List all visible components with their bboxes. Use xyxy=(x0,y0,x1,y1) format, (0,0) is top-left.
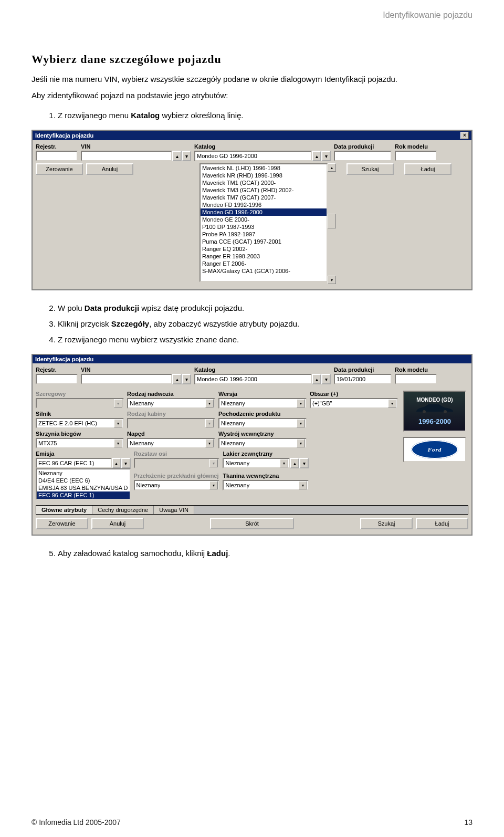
rodzaj-nadwozia-dropdown[interactable]: Nieznany▾ xyxy=(127,398,215,409)
data-produkcji-input-2[interactable]: 19/01/2000 xyxy=(334,374,392,384)
katalog-spin-up-icon-2[interactable]: ▴ xyxy=(312,374,321,384)
katalog-option[interactable]: Puma CCE (GCAT) 1997-2001 xyxy=(201,238,327,245)
szukaj-button[interactable]: Szukaj xyxy=(346,163,394,175)
close-icon[interactable]: × xyxy=(460,132,469,139)
wystroj-dropdown[interactable]: Nieznany▾ xyxy=(218,438,307,448)
svg-point-1 xyxy=(444,410,447,413)
lakier-spin-up-icon[interactable]: ▴ xyxy=(290,458,299,468)
chevron-down-icon[interactable]: ▾ xyxy=(114,419,122,427)
label-wersja: Wersja xyxy=(218,391,307,397)
tkanina-dropdown[interactable]: Nieznany▾ xyxy=(223,480,309,490)
katalog-option[interactable]: Maverick TM3 (GCAT) (RHD) 2002- xyxy=(201,186,327,194)
silnik-dropdown[interactable]: ZETEC-E 2.0 EFI (HC)▾ xyxy=(36,418,124,428)
vin-spin-down-icon-2[interactable]: ▾ xyxy=(182,374,191,384)
tab-cechy-drugorzedne[interactable]: Cechy drugorzędne xyxy=(92,506,154,514)
emisja-input[interactable]: EEC 96 CAR (EEC 1) xyxy=(36,458,112,468)
step-3-post: , aby zobaczyć wszystkie atrybuty pojazd… xyxy=(149,319,299,328)
vehicle-id-dialog-2: Identyfikacja pojazdu Rejestr. VIN ▴ ▾ xyxy=(32,354,472,536)
szukaj-button-2[interactable]: Szukaj xyxy=(360,518,413,529)
lakier-dropdown[interactable]: Nieznany▾ xyxy=(223,458,290,468)
label-naped: Napęd xyxy=(127,431,215,437)
przelozenie-dropdown[interactable]: Nieznany▾ xyxy=(134,480,220,490)
szeregowy-dropdown: ▾ xyxy=(36,398,124,409)
vin-input[interactable] xyxy=(81,151,172,161)
step-4: Z rozwijanego menu wybierz wszystkie zna… xyxy=(58,333,472,346)
anuluj-button-2[interactable]: Anuluj xyxy=(91,518,144,529)
lakier-spin-down-icon[interactable]: ▾ xyxy=(299,458,309,468)
katalog-scrollbar[interactable]: ▴ ▾ xyxy=(328,163,336,284)
chevron-down-icon[interactable]: ▾ xyxy=(205,399,214,407)
skrot-button[interactable]: Skrót xyxy=(210,518,294,529)
chevron-down-icon[interactable]: ▾ xyxy=(297,399,305,407)
footer-page-number: 13 xyxy=(464,818,472,826)
katalog-option[interactable]: S-MAX/Galaxy CA1 (GCAT) 2006- xyxy=(201,267,327,275)
chevron-down-icon[interactable]: ▾ xyxy=(205,439,214,447)
emisja-option[interactable]: Nieznany xyxy=(37,469,130,477)
katalog-option[interactable]: Maverick NR (RHD) 1996-1998 xyxy=(201,172,327,179)
emisja-spin-down-icon[interactable]: ▾ xyxy=(121,458,131,468)
katalog-option[interactable]: Mondeo GE 2000- xyxy=(201,216,327,223)
vin-spin-up-icon-2[interactable]: ▴ xyxy=(172,374,182,384)
katalog-option[interactable]: Ranger EQ 2002- xyxy=(201,245,327,253)
katalog-input[interactable]: Mondeo GD 1996-2000 xyxy=(194,151,312,161)
emisja-option[interactable]: EEC 96 CAR (EEC 1) xyxy=(37,491,130,499)
rok-modelu-input-2[interactable] xyxy=(395,374,437,384)
car-silhouette-icon xyxy=(414,403,456,414)
katalog-spin-down-icon-2[interactable]: ▾ xyxy=(321,374,331,384)
katalog-option[interactable]: Mondeo GD 1996-2000 xyxy=(201,208,327,216)
zerowanie-button[interactable]: Zerowanie xyxy=(36,163,83,175)
laduj-button-2[interactable]: Ładuj xyxy=(416,518,468,529)
katalog-option[interactable]: Mondeo FD 1992-1996 xyxy=(201,201,327,208)
step-1-bold: Katalog xyxy=(131,111,160,120)
chevron-down-icon[interactable]: ▾ xyxy=(114,439,122,447)
chevron-down-icon[interactable]: ▾ xyxy=(388,399,396,407)
tab-glowne-atrybuty[interactable]: Główne atrybuty xyxy=(36,506,92,514)
skrzynia-dropdown[interactable]: MTX75▾ xyxy=(36,438,124,448)
step-5-pre: Aby załadować katalog samochodu, kliknij xyxy=(58,549,207,558)
page-title: Wybierz dane szczegółowe pojazdu xyxy=(32,53,472,66)
katalog-input-2[interactable]: Mondeo GD 1996-2000 xyxy=(194,374,312,384)
katalog-option[interactable]: Probe PA 1992-1997 xyxy=(201,231,327,238)
katalog-option[interactable]: Ranger ER 1998-2003 xyxy=(201,253,327,260)
katalog-spin-down-icon[interactable]: ▾ xyxy=(321,151,331,161)
katalog-option[interactable]: Ranger ET 2006- xyxy=(201,260,327,267)
label-rok-modelu: Rok modelu xyxy=(395,143,437,150)
step-1: Z rozwijanego menu Katalog wybierz okreś… xyxy=(58,109,472,122)
laduj-button[interactable]: Ładuj xyxy=(404,163,452,175)
chevron-down-icon[interactable]: ▾ xyxy=(280,459,288,467)
tab-uwaga-vin[interactable]: Uwaga VIN xyxy=(154,506,194,514)
vin-spin-up-icon[interactable]: ▴ xyxy=(172,151,182,161)
katalog-spin-up-icon[interactable]: ▴ xyxy=(312,151,321,161)
katalog-listbox[interactable]: Maverick NL (LHD) 1996-1998Maverick NR (… xyxy=(200,163,328,282)
chevron-down-icon[interactable]: ▾ xyxy=(297,439,305,447)
emisja-spin-up-icon[interactable]: ▴ xyxy=(112,458,121,468)
katalog-option[interactable]: P100 DP 1987-1993 xyxy=(201,223,327,231)
chevron-down-icon[interactable]: ▾ xyxy=(297,419,305,427)
vin-spin-down-icon[interactable]: ▾ xyxy=(182,151,191,161)
vehicle-years-label: 1996-2000 xyxy=(418,417,451,425)
zerowanie-button-2[interactable]: Zerowanie xyxy=(36,518,88,529)
label-data-produkcji-2: Data produkcji xyxy=(334,367,392,373)
scroll-down-icon[interactable]: ▾ xyxy=(328,276,336,284)
chevron-down-icon[interactable]: ▾ xyxy=(299,481,307,489)
naped-dropdown[interactable]: Nieznany▾ xyxy=(127,438,215,448)
brand-logo: Ford xyxy=(403,437,466,462)
label-rejestr-2: Rejestr. xyxy=(36,367,78,373)
emisja-option[interactable]: D4/E4 EEC (EEC 6) xyxy=(37,477,130,484)
katalog-option[interactable]: Maverick TM7 (GCAT) 2007- xyxy=(201,194,327,201)
emisja-listbox[interactable]: NieznanyD4/E4 EEC (EEC 6)EMISJA 83 USA B… xyxy=(36,468,131,500)
data-produkcji-input[interactable] xyxy=(334,151,392,161)
obszar-dropdown[interactable]: (+)"GB"▾ xyxy=(310,398,398,409)
katalog-option[interactable]: Maverick TM1 (GCAT) 2000- xyxy=(201,179,327,186)
vin-input-2[interactable] xyxy=(81,374,172,384)
rok-modelu-input[interactable] xyxy=(395,151,437,161)
wersja-dropdown[interactable]: Nieznany▾ xyxy=(218,398,307,409)
rejestr-input[interactable] xyxy=(36,151,78,161)
emisja-option[interactable]: EMISJA 83 USA BENZYNA/USA D xyxy=(37,484,130,491)
rejestr-input-2[interactable] xyxy=(36,374,78,384)
chevron-down-icon[interactable]: ▾ xyxy=(209,481,218,489)
anuluj-button[interactable]: Anuluj xyxy=(86,163,133,175)
scroll-up-icon[interactable]: ▴ xyxy=(328,163,336,172)
pochodzenie-dropdown[interactable]: Nieznany▾ xyxy=(218,418,307,428)
katalog-option[interactable]: Maverick NL (LHD) 1996-1998 xyxy=(201,164,327,172)
